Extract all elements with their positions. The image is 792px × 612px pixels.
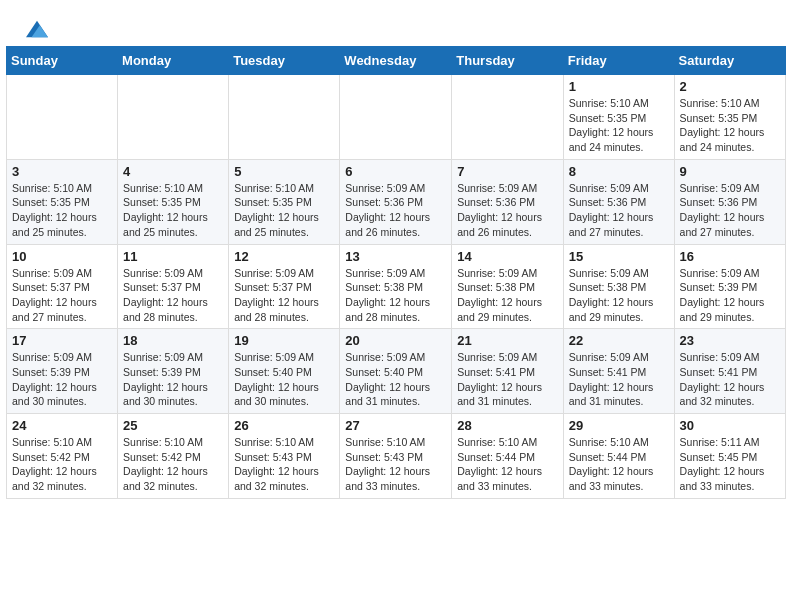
calendar-week-row: 10Sunrise: 5:09 AM Sunset: 5:37 PM Dayli… [7,244,786,329]
cell-info-text: Sunrise: 5:09 AM Sunset: 5:39 PM Dayligh… [12,350,112,409]
calendar-cell: 18Sunrise: 5:09 AM Sunset: 5:39 PM Dayli… [118,329,229,414]
calendar-week-row: 24Sunrise: 5:10 AM Sunset: 5:42 PM Dayli… [7,414,786,499]
calendar-cell: 27Sunrise: 5:10 AM Sunset: 5:43 PM Dayli… [340,414,452,499]
calendar-cell: 22Sunrise: 5:09 AM Sunset: 5:41 PM Dayli… [563,329,674,414]
cell-info-text: Sunrise: 5:10 AM Sunset: 5:35 PM Dayligh… [680,96,780,155]
calendar-cell: 9Sunrise: 5:09 AM Sunset: 5:36 PM Daylig… [674,159,785,244]
calendar-week-row: 17Sunrise: 5:09 AM Sunset: 5:39 PM Dayli… [7,329,786,414]
calendar-cell: 24Sunrise: 5:10 AM Sunset: 5:42 PM Dayli… [7,414,118,499]
cell-info-text: Sunrise: 5:09 AM Sunset: 5:40 PM Dayligh… [234,350,334,409]
cell-day-number: 12 [234,249,334,264]
cell-day-number: 24 [12,418,112,433]
page-header [0,0,792,46]
calendar-cell: 26Sunrise: 5:10 AM Sunset: 5:43 PM Dayli… [229,414,340,499]
cell-info-text: Sunrise: 5:09 AM Sunset: 5:36 PM Dayligh… [457,181,557,240]
cell-info-text: Sunrise: 5:09 AM Sunset: 5:37 PM Dayligh… [12,266,112,325]
calendar-cell: 30Sunrise: 5:11 AM Sunset: 5:45 PM Dayli… [674,414,785,499]
calendar-table: SundayMondayTuesdayWednesdayThursdayFrid… [6,46,786,499]
cell-info-text: Sunrise: 5:09 AM Sunset: 5:41 PM Dayligh… [680,350,780,409]
cell-day-number: 16 [680,249,780,264]
weekday-header-friday: Friday [563,47,674,75]
calendar-cell: 29Sunrise: 5:10 AM Sunset: 5:44 PM Dayli… [563,414,674,499]
cell-day-number: 21 [457,333,557,348]
cell-info-text: Sunrise: 5:10 AM Sunset: 5:35 PM Dayligh… [234,181,334,240]
cell-day-number: 23 [680,333,780,348]
calendar-cell: 11Sunrise: 5:09 AM Sunset: 5:37 PM Dayli… [118,244,229,329]
weekday-header-monday: Monday [118,47,229,75]
cell-day-number: 29 [569,418,669,433]
cell-day-number: 9 [680,164,780,179]
cell-day-number: 4 [123,164,223,179]
calendar-cell: 23Sunrise: 5:09 AM Sunset: 5:41 PM Dayli… [674,329,785,414]
cell-info-text: Sunrise: 5:09 AM Sunset: 5:39 PM Dayligh… [123,350,223,409]
calendar-cell: 3Sunrise: 5:10 AM Sunset: 5:35 PM Daylig… [7,159,118,244]
calendar-cell: 25Sunrise: 5:10 AM Sunset: 5:42 PM Dayli… [118,414,229,499]
cell-day-number: 5 [234,164,334,179]
cell-info-text: Sunrise: 5:09 AM Sunset: 5:41 PM Dayligh… [569,350,669,409]
calendar-cell: 12Sunrise: 5:09 AM Sunset: 5:37 PM Dayli… [229,244,340,329]
cell-info-text: Sunrise: 5:09 AM Sunset: 5:36 PM Dayligh… [345,181,446,240]
calendar-cell: 6Sunrise: 5:09 AM Sunset: 5:36 PM Daylig… [340,159,452,244]
calendar-cell: 2Sunrise: 5:10 AM Sunset: 5:35 PM Daylig… [674,75,785,160]
cell-info-text: Sunrise: 5:10 AM Sunset: 5:35 PM Dayligh… [123,181,223,240]
calendar-cell: 13Sunrise: 5:09 AM Sunset: 5:38 PM Dayli… [340,244,452,329]
weekday-header-thursday: Thursday [452,47,563,75]
calendar-cell: 8Sunrise: 5:09 AM Sunset: 5:36 PM Daylig… [563,159,674,244]
cell-day-number: 2 [680,79,780,94]
calendar-cell: 17Sunrise: 5:09 AM Sunset: 5:39 PM Dayli… [7,329,118,414]
weekday-header-wednesday: Wednesday [340,47,452,75]
cell-info-text: Sunrise: 5:09 AM Sunset: 5:38 PM Dayligh… [457,266,557,325]
calendar-cell [340,75,452,160]
cell-day-number: 25 [123,418,223,433]
calendar-cell: 10Sunrise: 5:09 AM Sunset: 5:37 PM Dayli… [7,244,118,329]
cell-day-number: 10 [12,249,112,264]
cell-day-number: 6 [345,164,446,179]
cell-day-number: 20 [345,333,446,348]
calendar-wrapper: SundayMondayTuesdayWednesdayThursdayFrid… [0,46,792,509]
cell-info-text: Sunrise: 5:09 AM Sunset: 5:38 PM Dayligh… [569,266,669,325]
cell-info-text: Sunrise: 5:10 AM Sunset: 5:43 PM Dayligh… [345,435,446,494]
calendar-week-row: 3Sunrise: 5:10 AM Sunset: 5:35 PM Daylig… [7,159,786,244]
calendar-cell [7,75,118,160]
weekday-header-sunday: Sunday [7,47,118,75]
cell-day-number: 22 [569,333,669,348]
cell-info-text: Sunrise: 5:10 AM Sunset: 5:35 PM Dayligh… [569,96,669,155]
cell-day-number: 26 [234,418,334,433]
cell-info-text: Sunrise: 5:10 AM Sunset: 5:43 PM Dayligh… [234,435,334,494]
cell-info-text: Sunrise: 5:10 AM Sunset: 5:42 PM Dayligh… [123,435,223,494]
cell-day-number: 13 [345,249,446,264]
cell-day-number: 1 [569,79,669,94]
logo [24,18,48,40]
cell-day-number: 14 [457,249,557,264]
calendar-cell: 28Sunrise: 5:10 AM Sunset: 5:44 PM Dayli… [452,414,563,499]
calendar-cell: 7Sunrise: 5:09 AM Sunset: 5:36 PM Daylig… [452,159,563,244]
calendar-cell: 14Sunrise: 5:09 AM Sunset: 5:38 PM Dayli… [452,244,563,329]
calendar-cell: 4Sunrise: 5:10 AM Sunset: 5:35 PM Daylig… [118,159,229,244]
cell-info-text: Sunrise: 5:09 AM Sunset: 5:36 PM Dayligh… [680,181,780,240]
calendar-cell: 21Sunrise: 5:09 AM Sunset: 5:41 PM Dayli… [452,329,563,414]
calendar-cell: 1Sunrise: 5:10 AM Sunset: 5:35 PM Daylig… [563,75,674,160]
cell-info-text: Sunrise: 5:09 AM Sunset: 5:37 PM Dayligh… [123,266,223,325]
calendar-cell: 19Sunrise: 5:09 AM Sunset: 5:40 PM Dayli… [229,329,340,414]
cell-day-number: 7 [457,164,557,179]
cell-info-text: Sunrise: 5:09 AM Sunset: 5:41 PM Dayligh… [457,350,557,409]
calendar-cell: 15Sunrise: 5:09 AM Sunset: 5:38 PM Dayli… [563,244,674,329]
cell-info-text: Sunrise: 5:09 AM Sunset: 5:37 PM Dayligh… [234,266,334,325]
cell-day-number: 27 [345,418,446,433]
weekday-header-tuesday: Tuesday [229,47,340,75]
cell-info-text: Sunrise: 5:09 AM Sunset: 5:40 PM Dayligh… [345,350,446,409]
cell-info-text: Sunrise: 5:09 AM Sunset: 5:36 PM Dayligh… [569,181,669,240]
cell-day-number: 17 [12,333,112,348]
cell-info-text: Sunrise: 5:09 AM Sunset: 5:39 PM Dayligh… [680,266,780,325]
cell-info-text: Sunrise: 5:10 AM Sunset: 5:42 PM Dayligh… [12,435,112,494]
cell-day-number: 15 [569,249,669,264]
cell-day-number: 30 [680,418,780,433]
cell-day-number: 8 [569,164,669,179]
cell-info-text: Sunrise: 5:10 AM Sunset: 5:44 PM Dayligh… [569,435,669,494]
weekday-header-saturday: Saturday [674,47,785,75]
calendar-cell: 5Sunrise: 5:10 AM Sunset: 5:35 PM Daylig… [229,159,340,244]
calendar-cell [452,75,563,160]
cell-info-text: Sunrise: 5:10 AM Sunset: 5:35 PM Dayligh… [12,181,112,240]
cell-info-text: Sunrise: 5:10 AM Sunset: 5:44 PM Dayligh… [457,435,557,494]
cell-info-text: Sunrise: 5:09 AM Sunset: 5:38 PM Dayligh… [345,266,446,325]
